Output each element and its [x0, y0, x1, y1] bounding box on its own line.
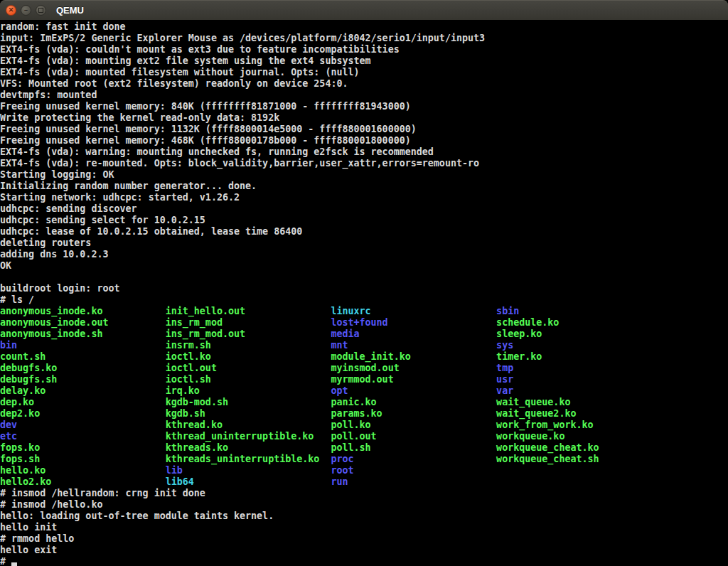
file-entry: myrmmod.out [331, 374, 496, 385]
file-entry: lib64 [166, 476, 331, 487]
terminal-text: input: ImExPS/2 Generic Explorer Mouse a… [0, 33, 485, 43]
file-entry: sleep.ko [496, 329, 542, 339]
minimize-button[interactable]: – [21, 5, 31, 16]
terminal-line: udhcpc: sending select for 10.0.2.15 [0, 215, 728, 226]
terminal-line: Starting logging: OK [0, 169, 728, 181]
terminal-line: Freeing unused kernel memory: 1132K (fff… [0, 124, 728, 135]
file-entry: workqueue_cheat.sh [496, 454, 599, 464]
terminal-text: adding dns 10.0.2.3 [0, 249, 108, 260]
file-entry: debugfs.ko [0, 363, 166, 373]
file-entry: debugfs.sh [0, 374, 166, 385]
file-entry: module_init.ko [331, 351, 496, 362]
file-entry: etc [0, 431, 166, 442]
terminal-line: anonymous_inode.out ins_rm_mod lost+foun… [0, 317, 728, 329]
terminal-text: # rmmod hello [0, 533, 74, 544]
terminal-line: fops.sh kthreads_uninterruptible.ko proc… [0, 454, 728, 465]
terminal-line: buildroot login: root [0, 283, 728, 294]
file-entry: ioctl.ko [166, 351, 331, 362]
terminal-text: udhcpc: sending select for 10.0.2.15 [0, 215, 205, 225]
file-entry: ins_rm_mod [166, 317, 331, 328]
terminal-line: EXT4-fs (vda): re-mounted. Opts: block_v… [0, 158, 728, 169]
file-entry: poll.ko [331, 420, 496, 430]
terminal-line: fops.ko kthreads.ko poll.sh workqueue_ch… [0, 442, 728, 454]
terminal-line: # [0, 556, 728, 566]
file-entry: kthread_uninterruptible.ko [166, 431, 331, 442]
terminal-text: EXT4-fs (vda): re-mounted. Opts: block_v… [0, 158, 479, 169]
file-entry: ioctl.out [166, 363, 331, 373]
file-entry: myinsmod.out [331, 363, 496, 373]
file-entry: var [496, 385, 513, 396]
window-titlebar[interactable]: ✕ – QEMU [0, 0, 728, 20]
file-entry: panic.ko [331, 397, 496, 407]
file-entry: fops.sh [0, 454, 166, 464]
terminal-text: Freeing unused kernel memory: 840K (ffff… [0, 101, 411, 112]
file-entry: ioctl.sh [166, 374, 331, 385]
terminal-text: # [0, 556, 11, 566]
terminal-line: debugfs.sh ioctl.sh myrmmod.out usr [0, 374, 728, 385]
terminal-line: udhcpc: lease of 10.0.2.15 obtained, lea… [0, 226, 728, 237]
terminal-line: EXT4-fs (vda): mounted filesystem withou… [0, 67, 728, 78]
file-entry: poll.out [331, 431, 496, 442]
file-entry: kthreads.ko [166, 442, 331, 453]
file-entry: kgdb.sh [166, 408, 331, 419]
terminal-line: udhcpc: sending discover [0, 203, 728, 215]
terminal-screen[interactable]: random: fast init doneinput: ImExPS/2 Ge… [0, 20, 728, 566]
file-entry: dep2.ko [0, 408, 166, 419]
file-entry: kthread.ko [166, 420, 331, 430]
file-entry: fops.ko [0, 442, 166, 453]
terminal-line: bin insrm.sh mnt sys [0, 340, 728, 351]
terminal-line: count.sh ioctl.ko module_init.ko timer.k… [0, 351, 728, 363]
file-entry: work_from_work.ko [496, 420, 593, 430]
file-entry: insrm.sh [166, 340, 331, 351]
file-entry: hello2.ko [0, 476, 166, 487]
terminal-line: Write protecting the kernel read-only da… [0, 112, 728, 124]
file-entry: anonymous_inode.ko [0, 306, 166, 316]
file-entry: bin [0, 340, 166, 351]
file-entry: params.ko [331, 408, 496, 419]
terminal-line: hello.ko lib root [0, 465, 728, 476]
terminal-line [0, 272, 728, 283]
file-entry: hello.ko [0, 465, 166, 476]
window-controls: ✕ – [0, 5, 46, 16]
file-entry: count.sh [0, 351, 166, 362]
terminal-text: Starting network: udhcpc: started, v1.26… [0, 192, 240, 203]
terminal-text: Freeing unused kernel memory: 468K (ffff… [0, 135, 411, 146]
terminal-line: deleting routers [0, 237, 728, 249]
file-entry: lib [166, 465, 331, 476]
terminal-line: EXT4-fs (vda): warning: mounting uncheck… [0, 146, 728, 158]
file-entry: delay.ko [0, 385, 166, 396]
terminal-text: hello init [0, 522, 57, 533]
terminal-line: input: ImExPS/2 Generic Explorer Mouse a… [0, 33, 728, 44]
terminal-line: Freeing unused kernel memory: 468K (ffff… [0, 135, 728, 146]
terminal-line: hello2.ko lib64 run [0, 476, 728, 488]
file-entry: ins_rm_mod.out [166, 329, 331, 339]
terminal-text: hello: loading out-of-tree module taints… [0, 511, 274, 521]
terminal-line: etc kthread_uninterruptible.ko poll.out … [0, 431, 728, 442]
file-entry: irq.ko [166, 385, 331, 396]
file-entry: mnt [331, 340, 496, 351]
terminal-text: deleting routers [0, 237, 91, 248]
terminal-line: # insmod /hellrandom: crng init done [0, 488, 728, 499]
file-entry: schedule.ko [496, 317, 559, 328]
terminal-line: Freeing unused kernel memory: 840K (ffff… [0, 101, 728, 112]
file-entry: sbin [496, 306, 519, 316]
terminal-text: OK [0, 260, 11, 271]
terminal-line: hello init [0, 522, 728, 533]
file-entry: proc [331, 454, 496, 464]
file-entry: dep.ko [0, 397, 166, 407]
terminal-line: hello exit [0, 545, 728, 556]
file-entry: run [331, 476, 348, 487]
maximize-icon [38, 8, 43, 13]
terminal-line: adding dns 10.0.2.3 [0, 249, 728, 260]
terminal-line: random: fast init done [0, 21, 728, 33]
terminal-text: # insmod /hellrandom: crng init done [0, 488, 205, 498]
terminal-text: # insmod /hello.ko [0, 499, 102, 510]
maximize-button[interactable] [36, 5, 46, 16]
file-entry: media [331, 329, 496, 339]
terminal-line: OK [0, 260, 728, 272]
file-entry: linuxrc [331, 306, 496, 316]
file-entry: anonymous_inode.sh [0, 329, 166, 339]
terminal-text: # ls / [0, 294, 34, 305]
close-button[interactable]: ✕ [6, 5, 16, 16]
file-entry: wait_queue.ko [496, 397, 570, 407]
